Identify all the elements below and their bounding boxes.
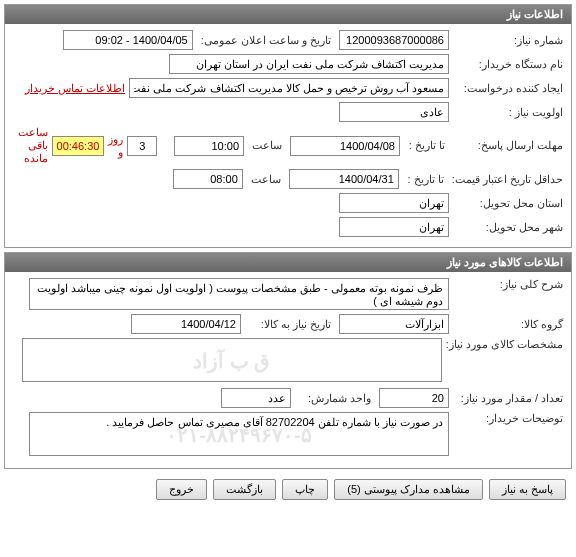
city-field[interactable] [339,217,449,237]
deadline-date-field[interactable] [290,136,400,156]
qty-field[interactable] [379,388,449,408]
need-date-field[interactable] [131,314,241,334]
days-unit-label: روز و [108,133,123,159]
info-panel-title: اطلاعات نیاز [5,5,571,24]
creator-label: ایجاد کننده درخواست: [453,82,563,95]
notes-label: توضیحات خریدار: [453,412,563,425]
to-date-label: تا تاریخ : [404,139,449,152]
back-button[interactable]: بازگشت [213,479,276,500]
deadline-time-field[interactable] [174,136,244,156]
city-label: شهر محل تحویل: [453,221,563,234]
need-number-label: شماره نیاز: [453,34,563,47]
goods-panel-title: اطلاعات کالاهای مورد نیاز [5,253,571,272]
credit-date-field[interactable] [289,169,399,189]
goods-panel: اطلاعات کالاهای مورد نیاز شرح کلی نیاز: … [4,252,572,469]
countdown-field: 00:46:30 [52,136,105,156]
province-label: استان محل تحویل: [453,197,563,210]
credit-time-label: ساعت [247,173,285,186]
exit-button[interactable]: خروج [156,479,207,500]
info-panel: اطلاعات نیاز شماره نیاز: تاریخ و ساعت اع… [4,4,572,248]
specs-field[interactable] [22,338,442,382]
contact-link[interactable]: اطلاعات تماس خریدار [25,82,125,95]
deadline-time-label: ساعت [248,139,286,152]
attachments-button[interactable]: مشاهده مدارک پیوستی (5) [334,479,483,500]
buyer-org-field[interactable] [169,54,449,74]
announce-label: تاریخ و ساعت اعلان عمومی: [197,34,335,47]
reply-button[interactable]: پاسخ به نیاز [489,479,566,500]
min-credit-label: حداقل تاریخ اعتبار قیمت: [452,173,563,186]
priority-field[interactable] [339,102,449,122]
desc-field[interactable] [29,278,449,310]
deadline-label: مهلت ارسال پاسخ: [453,139,563,152]
notes-field[interactable] [29,412,449,456]
remaining-label: ساعت باقی مانده [13,126,48,165]
footer-bar: پاسخ به نیاز مشاهده مدارک پیوستی (5) چاپ… [0,473,576,506]
announce-field[interactable] [63,30,193,50]
days-field[interactable] [127,136,157,156]
need-number-field[interactable] [339,30,449,50]
need-date-label: تاریخ نیاز به کالا: [245,318,335,331]
credit-time-field[interactable] [173,169,243,189]
buyer-org-label: نام دستگاه خریدار: [453,58,563,71]
creator-field[interactable] [129,78,449,98]
qty-label: تعداد / مقدار مورد نیاز: [453,392,563,405]
specs-label: مشخصات کالای مورد نیاز: [446,338,563,351]
desc-label: شرح کلی نیاز: [453,278,563,291]
credit-to-date-label: تا تاریخ : [403,173,448,186]
print-button[interactable]: چاپ [282,479,328,500]
unit-field[interactable] [221,388,291,408]
group-field[interactable] [339,314,449,334]
province-field[interactable] [339,193,449,213]
group-label: گروه کالا: [453,318,563,331]
unit-label: واحد شمارش: [295,392,375,405]
priority-label: اولویت نیاز : [453,106,563,119]
